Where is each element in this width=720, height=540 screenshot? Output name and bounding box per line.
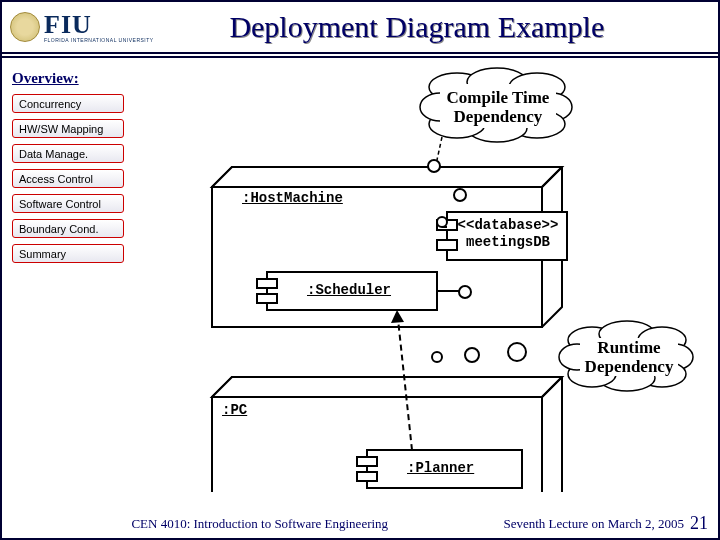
interface-lollipop-icon	[428, 160, 440, 172]
scheduler-label: :Scheduler	[307, 282, 391, 298]
logo-subtitle: FLORIDA INTERNATIONAL UNIVERSITY	[44, 38, 154, 43]
svg-rect-29	[357, 472, 377, 481]
deployment-diagram: Compile Time Dependency Runtime Dependen…	[142, 62, 702, 492]
nav-software-control[interactable]: Software Control	[12, 194, 124, 213]
page-number: 21	[690, 513, 708, 534]
host-node-label: :HostMachine	[242, 190, 343, 206]
svg-rect-28	[357, 457, 377, 466]
logo-acronym: FIU	[44, 12, 154, 38]
overview-heading: Overview:	[12, 70, 79, 87]
interface-lollipop-icon	[459, 286, 471, 298]
footer: CEN 4010: Introduction to Software Engin…	[2, 516, 718, 532]
svg-marker-23	[212, 377, 562, 397]
slide: FIU FLORIDA INTERNATIONAL UNIVERSITY Dep…	[0, 0, 720, 540]
diagram-svg	[142, 62, 702, 492]
cloud-runtime-label: Runtime Dependency	[574, 340, 684, 376]
db-stereotype: <<database>>	[452, 217, 564, 234]
svg-rect-19	[257, 294, 277, 303]
pc-node-label: :PC	[222, 402, 247, 418]
footer-course: CEN 4010: Introduction to Software Engin…	[16, 516, 503, 532]
interface-lollipop-icon	[454, 189, 466, 201]
interface-lollipop-icon	[508, 343, 526, 361]
nav-summary[interactable]: Summary	[12, 244, 124, 263]
svg-marker-10	[212, 167, 562, 187]
nav-boundary-cond[interactable]: Boundary Cond.	[12, 219, 124, 238]
fiu-logo: FIU FLORIDA INTERNATIONAL UNIVERSITY	[10, 12, 154, 43]
interface-lollipop-icon	[465, 348, 479, 362]
interface-lollipop-icon	[432, 352, 442, 362]
footer-lecture: Seventh Lecture on March 2, 2005	[503, 516, 684, 532]
planner-label: :Planner	[407, 460, 474, 476]
nav-hwsw-mapping[interactable]: HW/SW Mapping	[12, 119, 124, 138]
nav-access-control[interactable]: Access Control	[12, 169, 124, 188]
interface-lollipop-icon	[437, 217, 447, 227]
nav-data-manage[interactable]: Data Manage.	[12, 144, 124, 163]
svg-rect-18	[257, 279, 277, 288]
slide-title: Deployment Diagram Example	[164, 10, 710, 44]
nav-concurrency[interactable]: Concurrency	[12, 94, 124, 113]
dependency-arrow	[437, 137, 442, 160]
cloud-compile-label: Compile Time Dependency	[438, 88, 558, 128]
seal-icon	[10, 12, 40, 42]
title-bar: FIU FLORIDA INTERNATIONAL UNIVERSITY Dep…	[2, 2, 718, 54]
sidebar-nav: Concurrency HW/SW Mapping Data Manage. A…	[12, 94, 124, 263]
db-name: meetingsDB	[452, 234, 564, 251]
